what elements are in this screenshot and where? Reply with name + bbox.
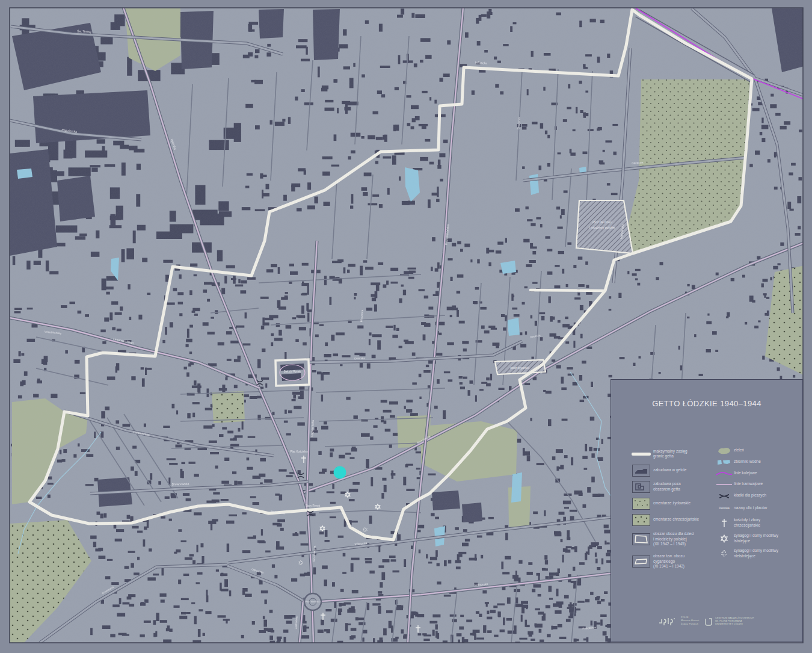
legend-item-cem-jewish: cmentarze żydowskie	[629, 495, 716, 512]
legend-item-label: cmentarze żydowskie	[653, 501, 691, 506]
cbz-logo: CENTRUM BADAŃ ŻYDOWSKICH IM. FILIPA FRIE…	[704, 617, 754, 626]
legend-item-cross: kościoły i zbory chrześcijańskie	[715, 515, 800, 531]
camp-label: obóz cygański	[510, 366, 530, 370]
camp-children-icon	[629, 533, 653, 545]
star-icon	[715, 534, 734, 543]
cem-jewish-icon	[629, 498, 653, 510]
bridge-icon	[715, 492, 734, 500]
built-out-icon	[629, 481, 653, 493]
legend-item-label: zabudowa w getcie	[653, 468, 686, 472]
camp-gypsy-icon	[629, 556, 653, 568]
legend-item-water: zbiorniki wodne	[715, 456, 800, 468]
logo-row: POLIN Muzeum Historii Żydów Polskich CEN…	[611, 616, 802, 632]
industrial-block	[462, 503, 482, 522]
cross-icon	[715, 518, 734, 528]
polin-logo-text: POLIN Muzeum Historii Żydów Polskich	[681, 616, 699, 625]
map-viewer: Św. TeresyPojezierskaZgierskaLimanowskie…	[0, 0, 812, 653]
water-body	[17, 169, 32, 179]
page-title: GETTO ŁÓDZKIE 1940–1944	[611, 399, 802, 408]
camp-label: i młodzieży polskiej	[589, 226, 616, 229]
rail-icon	[715, 471, 734, 477]
green-icon	[715, 447, 734, 455]
legend-item-label: maksymalny zasięg granic getta	[653, 449, 687, 459]
street-label: Stary Rynek	[306, 504, 321, 507]
ghetto-boundary-spur	[531, 290, 605, 291]
legend-item-label: zabudowa poza obszarem getta	[653, 481, 681, 492]
water-body	[507, 318, 520, 336]
legend-item-green: zieleń	[715, 445, 800, 456]
cem-christian-icon	[629, 514, 653, 526]
legend-item-cem-christian: cmentarze chrześcijańskie	[629, 512, 716, 528]
highlight-marker[interactable]	[334, 466, 346, 479]
legend-item-tram: linie tramwajowe	[715, 479, 800, 489]
industrial-block	[432, 491, 460, 510]
legend-item-star: synagogi i domy modlitwy istniejące	[715, 531, 800, 546]
legend-column-right: zieleńzbiorniki wodnelinie kolejowelinie…	[715, 445, 800, 561]
legend-item-camp-gypsy: obszar tzw. obozu cygańskiego (XI 1941 –…	[629, 551, 716, 572]
legend-item-label: synagogi i domy modlitwy nieistniejące	[734, 548, 778, 559]
legend-item-label: kładki dla pieszych	[734, 493, 766, 498]
legend-panel: GETTO ŁÓDZKIE 1940–1944 maksymalny zasię…	[611, 379, 803, 642]
legend-item-label: linie kolejowe	[734, 471, 757, 475]
legend-item-label: obszar obozu dla dzieci i młodzieży pols…	[653, 531, 694, 546]
cemetery-dots	[212, 391, 245, 423]
polin-logo-icon	[658, 616, 678, 626]
cbz-logo-icon	[704, 617, 713, 626]
polin-logo: POLIN Muzeum Historii Żydów Polskich	[658, 616, 699, 626]
legend-item-street-name: Dworskanazwy ulic i placów	[715, 502, 800, 515]
legend-item-rail: linie kolejowe	[715, 468, 800, 479]
legend-item-label: zbiorniki wodne	[734, 459, 761, 464]
street-label: Plac Wolności	[305, 600, 320, 603]
industrial-block	[259, 9, 284, 39]
industrial-block	[57, 176, 95, 221]
street-label: Drewnowska	[172, 481, 189, 486]
legend-item-built-out: zabudowa poza obszarem getta	[629, 478, 716, 495]
legend-item-label: cmentarze chrześcijańskie	[653, 517, 699, 522]
legend-item-built-in: zabudowa w getcie	[629, 463, 716, 478]
street-label: Bałucki Rynek	[284, 370, 301, 373]
legend-column-left: maksymalny zasięg granic gettazabudowa w…	[629, 445, 716, 572]
street-label: Nowomiejska	[313, 545, 316, 562]
legend-item-label: synagogi i domy modlitwy istniejące	[734, 533, 778, 543]
street-name-icon: Dworska	[715, 507, 734, 510]
camp-label: obóz dla dzieci	[592, 220, 612, 224]
built-in-icon	[629, 465, 653, 477]
tram-icon	[715, 483, 734, 486]
street-label: Plac Kościelny	[290, 450, 308, 453]
star-gone-icon	[715, 549, 734, 557]
boundary-line-icon	[629, 453, 653, 456]
industrial-block	[313, 9, 340, 60]
legend-item-star-gone: synagogi i domy modlitwy nieistniejące	[715, 546, 800, 561]
legend-item-label: nazwy ulic i placów	[734, 506, 767, 510]
legend-item-label: kościoły i zbory chrześcijańskie	[734, 518, 760, 528]
legend-item-label: obszar tzw. obozu cygańskiego (XI 1941 –…	[653, 554, 684, 569]
cbz-logo-text: CENTRUM BADAŃ ŻYDOWSKICH IM. FILIPA FRIE…	[715, 617, 754, 626]
legend-item-bridge: kładki dla pieszych	[715, 489, 800, 502]
legend-item-label: zieleń	[734, 448, 744, 453]
water-icon	[715, 459, 734, 466]
street-label: Dworska	[354, 357, 365, 360]
water-body	[511, 472, 522, 503]
legend-item-label: linie tramwajowe	[734, 481, 763, 486]
legend-item-camp-children: obszar obozu dla dzieci i młodzieży pols…	[629, 528, 716, 551]
legend-item-boundary-line: maksymalny zasięg granic getta	[629, 445, 716, 463]
